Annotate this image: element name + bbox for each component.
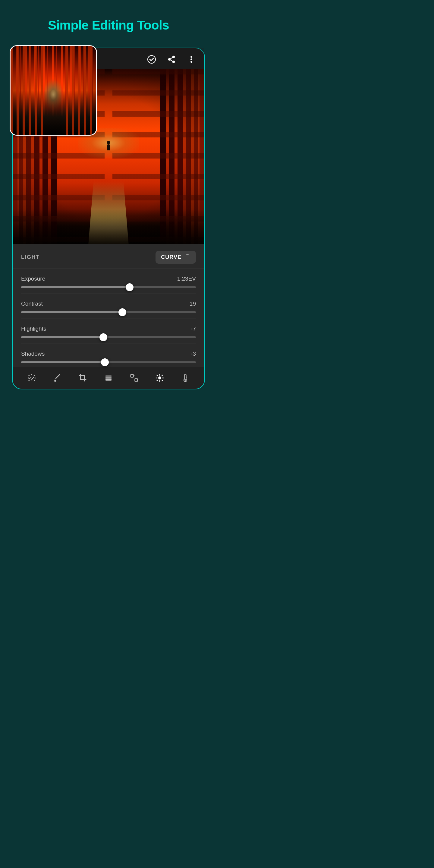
highlights-label: Highlights	[21, 326, 46, 332]
exposure-value: 1.23EV	[177, 276, 196, 282]
toolbar-item-transform[interactable]	[129, 373, 140, 383]
phone-frame: LIGHT CURVE ⌒ Exposure 1.23EV	[12, 48, 205, 390]
exposure-track[interactable]	[21, 286, 196, 288]
light-section-header: LIGHT CURVE ⌒	[13, 244, 204, 269]
layers-icon	[103, 373, 114, 383]
svg-point-10	[31, 374, 32, 375]
crop-icon	[78, 373, 88, 383]
svg-point-16	[28, 380, 30, 381]
svg-point-15	[34, 377, 36, 378]
checkmark-button[interactable]	[146, 54, 157, 65]
toolbar-item-layers[interactable]	[103, 373, 114, 383]
contrast-label: Contrast	[21, 301, 43, 307]
temperature-icon	[180, 373, 191, 383]
svg-point-17	[31, 379, 32, 380]
page-title: Simple Editing Tools	[48, 18, 169, 33]
svg-point-12	[27, 377, 29, 378]
svg-rect-24	[131, 375, 133, 377]
svg-point-35	[184, 379, 186, 381]
svg-line-34	[157, 380, 158, 381]
contrast-track[interactable]	[21, 311, 196, 313]
svg-line-32	[162, 380, 163, 381]
shadows-value: -3	[191, 350, 196, 357]
slider-section: Exposure 1.23EV Contrast 19	[13, 269, 204, 367]
contrast-value: 19	[190, 301, 196, 307]
shadows-label: Shadows	[21, 350, 44, 357]
svg-line-5	[170, 58, 173, 59]
highlights-slider-row: Highlights -7	[21, 319, 196, 344]
svg-line-33	[162, 375, 163, 376]
share-button[interactable]	[166, 54, 177, 65]
svg-point-26	[158, 376, 161, 379]
svg-point-14	[33, 377, 34, 378]
svg-point-13	[30, 377, 31, 378]
highlights-value: -7	[191, 326, 196, 332]
brush-icon	[52, 373, 63, 383]
svg-point-20	[32, 378, 33, 379]
exposure-label: Exposure	[21, 276, 45, 282]
more-options-button[interactable]	[186, 54, 197, 65]
svg-point-19	[29, 378, 30, 379]
exposure-slider-row: Exposure 1.23EV	[21, 269, 196, 294]
shadows-slider-row: Shadows -3	[21, 344, 196, 367]
highlights-thumb[interactable]	[99, 333, 107, 341]
svg-line-31	[157, 375, 158, 376]
toolbar-item-brush[interactable]	[52, 373, 63, 383]
curve-button[interactable]: CURVE ⌒	[156, 251, 196, 264]
bottom-toolbar	[13, 367, 204, 389]
curve-label: CURVE	[161, 254, 181, 260]
svg-point-1	[173, 56, 175, 58]
svg-point-11	[33, 375, 35, 376]
svg-point-6	[191, 56, 192, 58]
editing-panel: LIGHT CURVE ⌒ Exposure 1.23EV	[13, 244, 204, 389]
shadows-thumb[interactable]	[101, 358, 109, 366]
svg-point-3	[173, 61, 175, 63]
grain-icon	[26, 373, 37, 383]
svg-point-2	[168, 59, 170, 61]
toolbar-item-light[interactable]	[154, 373, 165, 383]
svg-point-7	[191, 59, 192, 60]
svg-rect-22	[105, 377, 112, 379]
svg-point-0	[148, 56, 156, 63]
transform-icon	[129, 373, 140, 383]
sun-icon	[154, 373, 165, 383]
svg-point-9	[28, 375, 30, 376]
curve-icon: ⌒	[184, 253, 190, 261]
svg-point-18	[33, 380, 35, 381]
exposure-thumb[interactable]	[126, 283, 133, 291]
highlights-track[interactable]	[21, 336, 196, 338]
svg-line-4	[170, 60, 173, 61]
before-thumbnail	[10, 45, 97, 135]
svg-point-8	[191, 61, 192, 63]
svg-rect-21	[105, 375, 112, 377]
light-label: LIGHT	[21, 254, 40, 260]
toolbar-item-crop[interactable]	[78, 373, 88, 383]
svg-rect-25	[135, 379, 138, 381]
contrast-slider-row: Contrast 19	[21, 294, 196, 319]
svg-rect-23	[105, 379, 112, 381]
shadows-track[interactable]	[21, 361, 196, 363]
toolbar-item-temperature[interactable]	[180, 373, 191, 383]
contrast-thumb[interactable]	[119, 308, 126, 316]
toolbar-item-grain[interactable]	[26, 373, 37, 383]
